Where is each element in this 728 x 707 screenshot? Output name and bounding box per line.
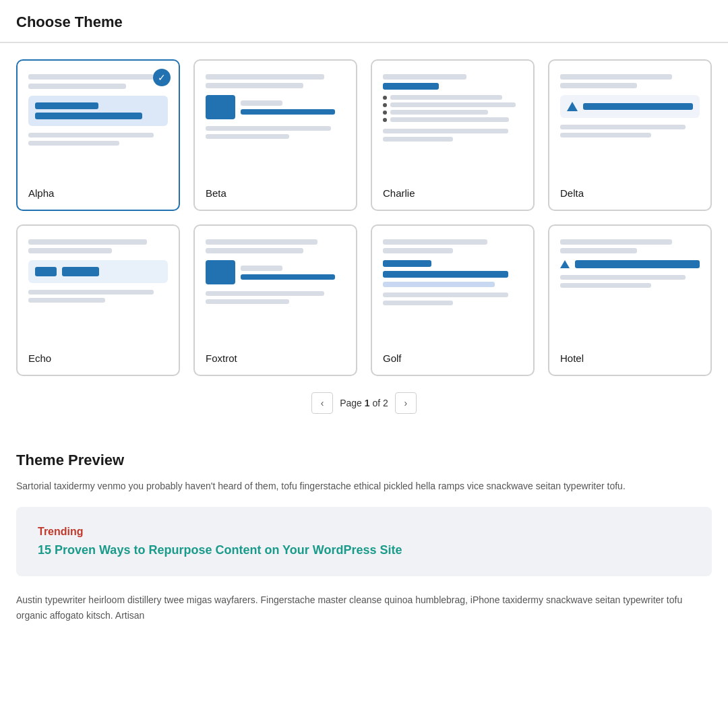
- page-text: Page: [340, 398, 362, 408]
- trending-label: Trending: [38, 526, 690, 538]
- theme-card-hotel[interactable]: Hotel: [548, 224, 712, 376]
- current-page: 1: [365, 398, 370, 408]
- theme-name-golf: Golf: [383, 352, 522, 364]
- selected-check-icon: ✓: [153, 69, 171, 86]
- foxtrot-preview: [206, 237, 345, 344]
- preview-description: Sartorial taxidermy venmo you probably h…: [16, 479, 712, 493]
- total-pages: 2: [383, 398, 388, 408]
- theme-preview-section: Theme Preview Sartorial taxidermy venmo …: [0, 452, 728, 644]
- theme-card-foxtrot[interactable]: Foxtrot: [193, 224, 357, 376]
- theme-card-charlie[interactable]: Charlie: [371, 59, 535, 211]
- themes-grid: ✓ Alpha: [16, 59, 712, 376]
- page-info: Page 1 of 2: [340, 398, 388, 408]
- golf-preview: [383, 237, 522, 344]
- next-page-button[interactable]: ›: [395, 392, 417, 414]
- trending-link[interactable]: 15 Proven Ways to Repurpose Content on Y…: [38, 543, 402, 557]
- theme-name-alpha: Alpha: [28, 187, 168, 199]
- preview-section-title: Theme Preview: [16, 452, 712, 469]
- charlie-preview: [383, 71, 522, 179]
- theme-name-echo: Echo: [28, 352, 168, 364]
- hotel-preview: [560, 237, 700, 344]
- delta-preview: [560, 71, 700, 179]
- alpha-preview: [28, 71, 168, 179]
- theme-card-beta[interactable]: Beta: [193, 59, 357, 211]
- theme-name-delta: Delta: [560, 187, 700, 199]
- theme-name-foxtrot: Foxtrot: [206, 352, 345, 364]
- preview-body-text: Austin typewriter heirloom distillery tw…: [16, 592, 712, 623]
- theme-card-delta[interactable]: Delta: [548, 59, 712, 211]
- preview-card: Trending 15 Proven Ways to Repurpose Con…: [16, 507, 712, 576]
- pagination: ‹ Page 1 of 2 ›: [16, 392, 712, 414]
- theme-card-alpha[interactable]: ✓ Alpha: [16, 59, 180, 211]
- echo-preview: [28, 237, 168, 344]
- themes-container: ✓ Alpha: [0, 43, 728, 452]
- theme-card-echo[interactable]: Echo: [16, 224, 180, 376]
- theme-name-charlie: Charlie: [383, 187, 522, 199]
- beta-preview: [206, 71, 345, 179]
- theme-name-hotel: Hotel: [560, 352, 700, 364]
- theme-card-golf[interactable]: Golf: [371, 224, 535, 376]
- page-header: Choose Theme: [0, 0, 728, 42]
- theme-name-beta: Beta: [206, 187, 345, 199]
- prev-page-button[interactable]: ‹: [311, 392, 333, 414]
- of-label: of: [372, 398, 380, 408]
- page-title: Choose Theme: [16, 13, 712, 31]
